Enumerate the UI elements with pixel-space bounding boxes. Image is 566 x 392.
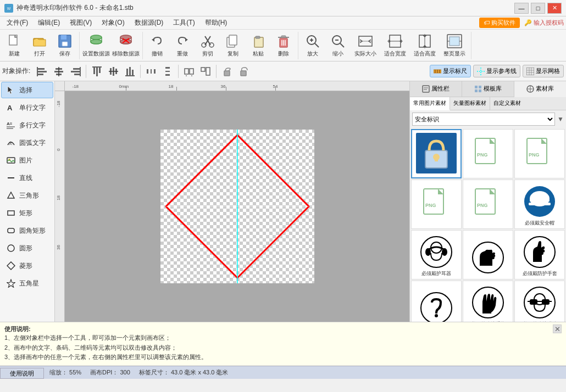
menu-view[interactable]: 视图(V) bbox=[65, 17, 96, 29]
material-item-hand1[interactable]: 必须戴防护手套 bbox=[514, 230, 565, 279]
align-bottom-button[interactable] bbox=[122, 64, 137, 79]
earphone-thumb bbox=[417, 233, 456, 271]
svg-rect-134 bbox=[475, 86, 478, 88]
canvas-area[interactable]: -18 0mm 18 36 54 -18 0 18 36 bbox=[55, 81, 409, 322]
triangle-tool[interactable]: 三角形 bbox=[1, 187, 53, 204]
diamond-tool[interactable]: 菱形 bbox=[1, 257, 53, 274]
material-item-glasses1[interactable]: 必须戴防护眼镜 bbox=[514, 281, 565, 322]
cursor-icon bbox=[6, 85, 16, 95]
instructions-tab[interactable]: 使用说明 bbox=[0, 368, 44, 379]
set-datasource-button[interactable]: 设置数据源 bbox=[82, 32, 110, 59]
delete-button[interactable]: 删除 bbox=[271, 32, 296, 59]
round-rect-tool[interactable]: 圆角矩形 bbox=[1, 222, 53, 239]
fit-width-button[interactable]: 适合宽度 bbox=[381, 32, 409, 59]
fit-all-button[interactable]: 整页显示 bbox=[440, 32, 469, 59]
material-item-helmet[interactable]: 必须戴安全帽 bbox=[514, 180, 565, 229]
zoom-in-button[interactable]: 放大 bbox=[301, 32, 325, 59]
show-grid-button[interactable]: 显示网格 bbox=[523, 65, 564, 77]
right-panel: 属性栏 模板库 素材库 常用图片素材 矢量图标素材 自定义素材 安全标 bbox=[409, 81, 566, 322]
instructions-close-button[interactable]: ✕ bbox=[553, 324, 562, 333]
menu-datasource[interactable]: 数据源(D) bbox=[130, 17, 168, 29]
svg-text:PNG: PNG bbox=[529, 152, 540, 158]
arc-text-tool[interactable]: 文 圆弧文字 bbox=[1, 135, 53, 151]
svg-point-8 bbox=[91, 40, 102, 44]
svg-rect-66 bbox=[126, 69, 128, 75]
menu-file[interactable]: 文件(F) bbox=[2, 17, 32, 29]
single-text-tool[interactable]: A 单行文字 bbox=[1, 99, 53, 116]
star-tool[interactable]: 五角星 bbox=[1, 275, 53, 292]
show-ruler-button[interactable]: 显示标尺 bbox=[430, 65, 471, 77]
ruler-left: -18 0 18 36 bbox=[55, 91, 65, 322]
auth-button[interactable]: 🔑 输入授权码 bbox=[524, 19, 564, 27]
copy-button[interactable]: 复制 bbox=[221, 32, 245, 59]
redo-button[interactable]: 重做 bbox=[170, 32, 195, 59]
open-button[interactable]: 打开 bbox=[27, 32, 52, 59]
menu-object[interactable]: 对象(O) bbox=[97, 17, 129, 29]
vector-materials-tab[interactable]: 矢量图标素材 bbox=[450, 97, 490, 110]
main-toolbar: 新建 打开 保存 设置数据源 移除数据源 bbox=[0, 30, 566, 61]
menu-tools[interactable]: 工具(T) bbox=[169, 17, 199, 29]
material-item-earphone[interactable]: 必须戴护耳器 bbox=[411, 230, 462, 279]
new-button[interactable]: 新建 bbox=[2, 32, 26, 59]
menu-help[interactable]: 帮助(H) bbox=[201, 17, 232, 29]
paste-icon bbox=[251, 33, 266, 49]
canvas-content[interactable] bbox=[65, 91, 409, 322]
distribute-v-button[interactable] bbox=[160, 64, 175, 79]
materials-tab[interactable]: 素材库 bbox=[514, 81, 566, 97]
material-item-png4[interactable]: PNG bbox=[463, 180, 513, 229]
multi-text-tool[interactable]: A≡ 多行文字 bbox=[1, 117, 53, 133]
material-item-lock[interactable] bbox=[411, 129, 462, 178]
hand1-label: 必须戴防护手套 bbox=[523, 271, 557, 277]
remove-datasource-button[interactable]: 移除数据源 bbox=[112, 32, 140, 59]
instruction-line-2: 2、画布中的文字、条码、二维码等元素均可以双击修改具内容； bbox=[4, 343, 562, 353]
same-height-button[interactable] bbox=[198, 64, 213, 79]
circle-tool[interactable]: 圆形 bbox=[1, 240, 53, 256]
lock-button[interactable] bbox=[219, 64, 235, 79]
fit-height-button[interactable]: 适合高度 bbox=[410, 32, 439, 59]
close-button[interactable]: ✕ bbox=[547, 3, 562, 14]
cut-icon bbox=[200, 33, 215, 49]
minimize-button[interactable]: — bbox=[514, 3, 529, 14]
custom-materials-tab[interactable]: 自定义素材 bbox=[490, 97, 524, 110]
material-item-png1[interactable]: PNG bbox=[463, 129, 513, 178]
material-item-hand2[interactable]: 必须戴防护手指 bbox=[463, 281, 513, 322]
image-tool[interactable]: 图片 bbox=[1, 152, 53, 169]
distribute-h-button[interactable] bbox=[143, 64, 159, 79]
select-tool[interactable]: 选择 bbox=[1, 82, 53, 98]
material-item-png2[interactable]: PNG bbox=[514, 129, 565, 178]
align-left-button[interactable] bbox=[35, 64, 50, 79]
png2-thumb: PNG bbox=[523, 135, 556, 173]
category-select[interactable]: 安全标识警告标识禁止标识指令标识 bbox=[412, 113, 555, 126]
png4-thumb: PNG bbox=[471, 185, 504, 223]
remove-datasource-icon bbox=[118, 33, 134, 49]
line-tool[interactable]: 直线 bbox=[1, 170, 53, 186]
svg-text:A≡: A≡ bbox=[7, 121, 13, 126]
svg-text:PNG: PNG bbox=[477, 152, 488, 158]
maximize-button[interactable]: □ bbox=[531, 3, 545, 14]
properties-tab[interactable]: 属性栏 bbox=[410, 81, 462, 97]
menu-edit[interactable]: 编辑(E) bbox=[34, 17, 64, 29]
cut-button[interactable]: 剪切 bbox=[196, 32, 220, 59]
templates-tab[interactable]: 模板库 bbox=[462, 81, 514, 97]
buy-software-button[interactable]: 🏷 购买软件 bbox=[479, 18, 520, 28]
align-top-button[interactable] bbox=[89, 64, 104, 79]
rect-tool[interactable]: 矩形 bbox=[1, 205, 53, 221]
align-center-button[interactable] bbox=[51, 64, 66, 79]
fit-width-icon bbox=[387, 33, 403, 49]
unlock-button[interactable] bbox=[236, 64, 251, 79]
save-button[interactable]: 保存 bbox=[53, 32, 77, 59]
common-materials-tab[interactable]: 常用图片素材 bbox=[410, 97, 450, 110]
material-item-glove[interactable] bbox=[463, 230, 513, 279]
show-guide-button[interactable]: 显示参考线 bbox=[473, 65, 520, 77]
actual-size-button[interactable]: 实际大小 bbox=[351, 32, 380, 59]
align-middle-button[interactable] bbox=[106, 64, 121, 79]
redo-icon bbox=[175, 33, 190, 49]
paste-button[interactable]: 粘贴 bbox=[246, 32, 270, 59]
undo-button[interactable]: 撤销 bbox=[145, 32, 169, 59]
align-right-button[interactable] bbox=[68, 64, 83, 79]
svg-rect-75 bbox=[165, 74, 170, 76]
material-item-ear2[interactable] bbox=[411, 281, 462, 322]
material-item-png3[interactable]: PNG bbox=[411, 180, 462, 229]
zoom-out-button[interactable]: 缩小 bbox=[326, 32, 350, 59]
same-width-button[interactable] bbox=[181, 64, 197, 79]
